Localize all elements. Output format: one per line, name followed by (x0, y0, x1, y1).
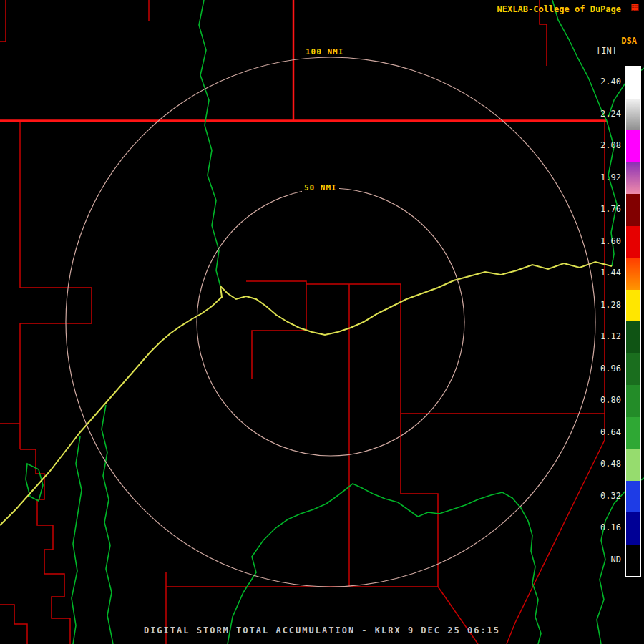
scale-labels: 2.402.242.081.921.761.601.441.281.120.96… (597, 66, 621, 575)
scale-swatch (626, 162, 640, 195)
scale-swatch (626, 226, 640, 258)
product-title: DIGITAL STORM TOTAL ACCUMULATION - KLRX … (0, 625, 644, 635)
scale-label: 1.44 (597, 257, 621, 289)
scale-label: 1.12 (597, 321, 621, 353)
scale-swatch (626, 449, 640, 481)
scale-swatch (626, 99, 640, 131)
scale-label: 1.60 (597, 225, 621, 258)
scale-swatch (626, 130, 640, 162)
scale-swatch (626, 321, 640, 353)
color-scale: 2.402.242.081.921.761.601.441.281.120.96… (597, 66, 641, 577)
scale-swatch (626, 545, 640, 577)
scale-swatch (626, 417, 640, 449)
scale-label: 2.24 (597, 98, 621, 130)
river-lines (26, 0, 644, 644)
scale-label: 0.80 (597, 384, 621, 416)
scale-product-label: DSA (621, 36, 637, 46)
scale-label: 0.32 (597, 480, 621, 512)
scale-label: ND (597, 544, 621, 576)
scale-segments (625, 66, 641, 577)
scale-swatch (626, 67, 640, 99)
scale-label: 2.40 (597, 66, 621, 98)
range-ring-label-50nmi: 50 NMI (302, 183, 339, 192)
scale-label: 0.48 (597, 448, 621, 480)
scale-label: 2.08 (597, 130, 621, 162)
cod-logo-icon: ▦ (631, 1, 638, 13)
scale-units-label: [IN] (596, 46, 617, 56)
scale-label: 0.16 (597, 512, 621, 544)
scale-swatch (626, 290, 640, 322)
scale-label: 1.76 (597, 193, 621, 225)
scale-swatch (626, 258, 640, 290)
scale-swatch (626, 512, 640, 545)
range-ring-label-100nmi: 100 NMI (303, 47, 346, 57)
state-border-line (0, 0, 607, 121)
scale-label: 1.92 (597, 162, 621, 194)
branding-text: NEXLAB-College of DuPage (497, 4, 621, 14)
scale-swatch (626, 385, 640, 417)
range-ring-100nmi (66, 57, 595, 587)
scale-label: 0.96 (597, 353, 621, 385)
radar-map (0, 0, 644, 644)
scale-swatch (626, 194, 640, 226)
scale-label: 1.28 (597, 289, 621, 321)
range-rings (66, 57, 595, 587)
range-ring-50nmi (197, 188, 464, 456)
scale-swatch (626, 481, 640, 513)
scale-swatch (626, 353, 640, 386)
scale-label: 0.64 (597, 416, 621, 449)
radar-display: 100 NMI 50 NMI NEXLAB-College of DuPage … (0, 0, 644, 644)
county-boundaries (0, 0, 605, 644)
